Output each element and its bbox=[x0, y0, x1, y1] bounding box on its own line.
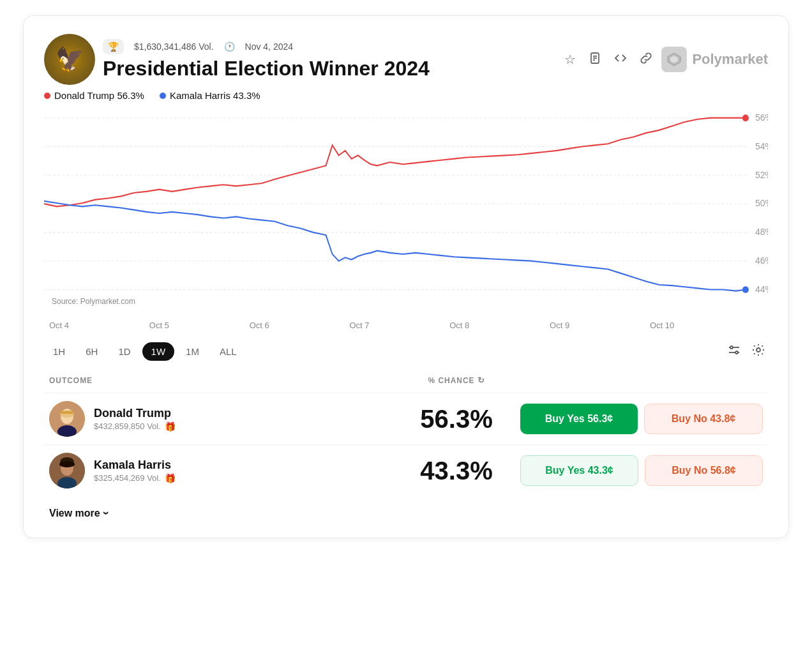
svg-point-21 bbox=[742, 286, 749, 293]
date-label: Nov 4, 2024 bbox=[245, 42, 294, 52]
presidential-seal: 🦅 bbox=[44, 34, 95, 85]
harris-buy-yes-button[interactable]: Buy Yes 43.3¢ bbox=[520, 455, 638, 486]
chevron-down-icon: › bbox=[99, 511, 112, 515]
harris-gift-icon[interactable]: 🎁 bbox=[165, 473, 176, 483]
svg-text:54%: 54% bbox=[755, 140, 768, 151]
document-button[interactable] bbox=[585, 49, 605, 70]
volume-label: $1,630,341,486 Vol. bbox=[134, 42, 214, 52]
polymarket-icon bbox=[661, 47, 687, 72]
filter-1m[interactable]: 1M bbox=[177, 342, 208, 361]
trump-buy-yes-button[interactable]: Buy Yes 56.3¢ bbox=[520, 404, 638, 434]
chart-container: 56% 54% 52% 50% 48% 46% 44% Source: Poly… bbox=[44, 111, 768, 315]
trump-gift-icon[interactable]: 🎁 bbox=[165, 421, 176, 432]
chance-header: % CHANCE ↻ bbox=[393, 375, 520, 385]
trump-name: Donald Trump bbox=[94, 407, 176, 420]
filter-6h[interactable]: 6H bbox=[77, 342, 107, 361]
svg-rect-33 bbox=[60, 411, 74, 414]
svg-point-20 bbox=[742, 114, 749, 121]
x-label-oct6: Oct 6 bbox=[250, 321, 269, 330]
trump-legend-label: Donald Trump 56.3% bbox=[54, 90, 144, 101]
svg-point-28 bbox=[756, 348, 760, 352]
view-more-label: View more bbox=[49, 508, 100, 519]
trump-dot bbox=[44, 93, 50, 99]
link-button[interactable] bbox=[636, 49, 656, 70]
x-label-oct5: Oct 5 bbox=[149, 321, 169, 330]
harris-dot bbox=[160, 93, 166, 99]
harris-outcome-row: Kamala Harris $325,454,269 Vol. 🎁 43.3% … bbox=[44, 444, 768, 496]
harris-legend-label: Kamala Harris 43.3% bbox=[170, 90, 260, 101]
trump-info: Donald Trump $432,859,850 Vol. 🎁 bbox=[94, 407, 176, 432]
harris-chance: 43.3% bbox=[393, 457, 520, 485]
x-label-oct9: Oct 9 bbox=[550, 321, 569, 330]
trump-chance: 56.3% bbox=[393, 405, 520, 434]
svg-text:Source: Polymarket.com: Source: Polymarket.com bbox=[52, 297, 135, 306]
chance-refresh-icon[interactable]: ↻ bbox=[477, 375, 485, 385]
trump-avatar bbox=[49, 401, 85, 437]
settings-button[interactable] bbox=[749, 340, 768, 363]
page-title: Presidential Election Winner 2024 bbox=[103, 57, 430, 80]
svg-text:48%: 48% bbox=[755, 227, 768, 237]
harris-info: Kamala Harris $325,454,269 Vol. 🎁 bbox=[94, 458, 176, 483]
svg-text:56%: 56% bbox=[755, 112, 768, 123]
filter-all[interactable]: ALL bbox=[211, 342, 246, 361]
x-label-oct8: Oct 8 bbox=[449, 321, 469, 330]
trump-vol: $432,859,850 Vol. 🎁 bbox=[94, 421, 176, 432]
trophy-icon: 🏆 bbox=[108, 42, 119, 52]
svg-point-26 bbox=[730, 346, 733, 349]
trump-actions: Buy Yes 56.3¢ Buy No 43.8¢ bbox=[520, 404, 763, 434]
header-left: 🦅 🏆 $1,630,341,486 Vol. 🕐 Nov 4, 2024 Pr… bbox=[44, 34, 430, 85]
chart-svg: 56% 54% 52% 50% 48% 46% 44% Source: Poly… bbox=[44, 111, 768, 315]
polymarket-logo: Polymarket bbox=[661, 47, 768, 72]
svg-text:44%: 44% bbox=[755, 284, 768, 294]
svg-text:46%: 46% bbox=[755, 255, 768, 266]
harris-vol: $325,454,269 Vol. 🎁 bbox=[94, 473, 176, 483]
svg-point-38 bbox=[59, 461, 75, 467]
filter-1h[interactable]: 1H bbox=[44, 342, 74, 361]
star-button[interactable]: ☆ bbox=[560, 49, 580, 70]
trump-outcome-left: Donald Trump $432,859,850 Vol. 🎁 bbox=[49, 401, 393, 437]
polymarket-label: Polymarket bbox=[692, 51, 768, 68]
outcome-header: OUTCOME bbox=[49, 376, 393, 385]
clock-icon: 🕐 bbox=[224, 42, 235, 52]
trump-buy-no-button[interactable]: Buy No 43.8¢ bbox=[644, 404, 763, 434]
harris-buy-no-button[interactable]: Buy No 56.8¢ bbox=[645, 455, 763, 486]
harris-avatar bbox=[49, 453, 85, 489]
meta-row: 🏆 $1,630,341,486 Vol. 🕐 Nov 4, 2024 bbox=[103, 39, 430, 54]
trump-legend: Donald Trump 56.3% bbox=[44, 90, 144, 101]
harris-legend: Kamala Harris 43.3% bbox=[160, 90, 260, 101]
svg-point-27 bbox=[735, 351, 738, 354]
x-label-oct4: Oct 4 bbox=[49, 321, 69, 330]
harris-name: Kamala Harris bbox=[94, 458, 176, 472]
view-more-button[interactable]: View more › bbox=[44, 496, 113, 522]
filter-icons bbox=[725, 340, 768, 363]
sliders-button[interactable] bbox=[725, 340, 744, 363]
harris-actions: Buy Yes 43.3¢ Buy No 56.8¢ bbox=[520, 455, 763, 486]
x-label-oct7: Oct 7 bbox=[349, 321, 369, 330]
main-card: 🦅 🏆 $1,630,341,486 Vol. 🕐 Nov 4, 2024 Pr… bbox=[23, 15, 789, 538]
filter-1w[interactable]: 1W bbox=[142, 342, 175, 361]
x-label-oct10: Oct 10 bbox=[650, 321, 674, 330]
harris-outcome-left: Kamala Harris $325,454,269 Vol. 🎁 bbox=[49, 453, 393, 489]
time-filters: 1H 6H 1D 1W 1M ALL bbox=[44, 340, 768, 363]
header-row: 🦅 🏆 $1,630,341,486 Vol. 🕐 Nov 4, 2024 Pr… bbox=[44, 34, 768, 85]
title-group: 🏆 $1,630,341,486 Vol. 🕐 Nov 4, 2024 Pres… bbox=[103, 39, 430, 80]
svg-text:52%: 52% bbox=[755, 169, 768, 179]
legend-row: Donald Trump 56.3% Kamala Harris 43.3% bbox=[44, 90, 768, 101]
x-axis: Oct 4 Oct 5 Oct 6 Oct 7 Oct 8 Oct 9 Oct … bbox=[44, 321, 768, 330]
filter-1d[interactable]: 1D bbox=[109, 342, 139, 361]
table-header: OUTCOME % CHANCE ↻ bbox=[44, 375, 768, 385]
code-button[interactable] bbox=[610, 49, 631, 70]
header-right: ☆ bbox=[560, 47, 768, 72]
trump-outcome-row: Donald Trump $432,859,850 Vol. 🎁 56.3% B… bbox=[44, 393, 768, 444]
trophy-badge: 🏆 bbox=[103, 39, 124, 54]
svg-text:50%: 50% bbox=[755, 198, 768, 208]
